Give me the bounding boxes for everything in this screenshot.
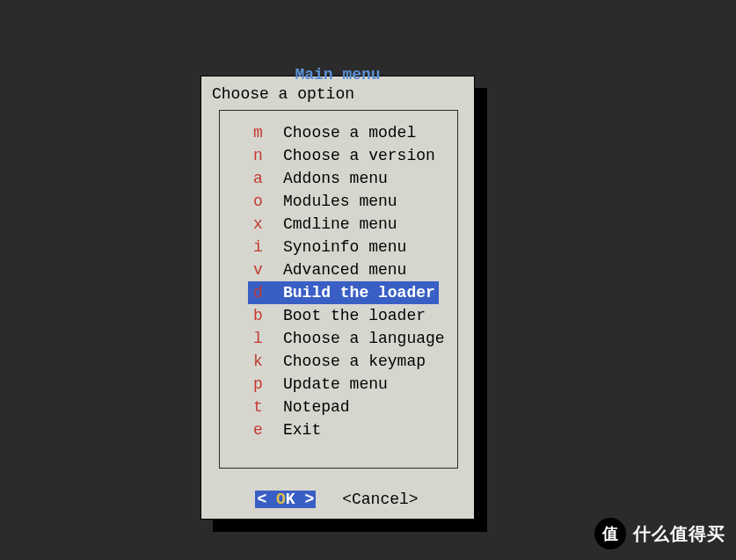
menu-item-label: Choose a keymap: [280, 350, 429, 373]
watermark-text: 什么值得买: [633, 522, 725, 546]
menu-item-b[interactable]: bBoot the loader: [248, 304, 448, 327]
ok-bracket-l: <: [257, 491, 276, 508]
menu-item-p[interactable]: pUpdate menu: [248, 373, 448, 396]
cancel-button[interactable]: <Cancel>: [340, 491, 419, 508]
menu-item-label: Choose a language: [280, 327, 448, 350]
ok-rest: K >: [286, 491, 314, 508]
menu-item-label: Addons menu: [280, 167, 391, 190]
dialog-buttons: < OK ><Cancel>: [201, 491, 474, 508]
menu-item-t[interactable]: tNotepad: [248, 396, 448, 418]
menu-item-label: Modules menu: [280, 190, 401, 213]
menu-item-key: l: [248, 327, 280, 350]
menu-item-v[interactable]: vAdvanced menu: [248, 258, 448, 281]
menu-item-key: m: [248, 121, 280, 144]
menu-item-label: Notepad: [280, 396, 353, 418]
menu-item-key: k: [248, 350, 280, 373]
menu-item-key: v: [248, 258, 280, 281]
watermark: 值 什么值得买: [594, 518, 725, 549]
menu-item-label: Choose a model: [280, 121, 419, 144]
ok-button[interactable]: < OK >: [255, 491, 316, 508]
menu-item-o[interactable]: oModules menu: [248, 190, 448, 213]
menu-list: mChoose a modelnChoose a versionaAddons …: [248, 121, 448, 441]
menu-item-label: Update menu: [280, 373, 391, 396]
menu-item-key: t: [248, 396, 280, 418]
watermark-badge-icon: 值: [594, 518, 626, 549]
ok-hotkey: O: [276, 491, 286, 508]
menu-item-n[interactable]: nChoose a version: [248, 144, 448, 167]
dialog-prompt: Choose a option: [212, 85, 354, 103]
menu-item-x[interactable]: xCmdline menu: [248, 213, 448, 236]
menu-item-a[interactable]: aAddons menu: [248, 167, 448, 190]
menu-item-label: Build the loader: [280, 281, 439, 304]
dialog-title: Main menu: [201, 66, 474, 84]
menu-item-label: Boot the loader: [280, 304, 429, 327]
menu-item-label: Synoinfo menu: [280, 236, 410, 258]
menu-item-m[interactable]: mChoose a model: [248, 121, 448, 144]
menu-item-key: x: [248, 213, 280, 236]
menu-item-label: Advanced menu: [280, 258, 410, 281]
menu-item-l[interactable]: lChoose a language: [248, 327, 448, 350]
menu-item-i[interactable]: iSynoinfo menu: [248, 236, 448, 258]
main-menu-dialog: Main menu Choose a option mChoose a mode…: [200, 76, 475, 520]
menu-item-key: n: [248, 144, 280, 167]
menu-item-key: d: [248, 281, 280, 304]
menu-item-label: Cmdline menu: [280, 213, 401, 236]
menu-item-key: i: [248, 236, 280, 258]
menu-item-k[interactable]: kChoose a keymap: [248, 350, 448, 373]
menu-item-d[interactable]: dBuild the loader: [248, 281, 448, 304]
menu-item-key: a: [248, 167, 280, 190]
menu-item-key: e: [248, 418, 280, 441]
menu-item-key: p: [248, 373, 280, 396]
menu-item-e[interactable]: eExit: [248, 418, 448, 441]
menu-item-label: Exit: [280, 418, 324, 441]
menu-box: mChoose a modelnChoose a versionaAddons …: [219, 110, 458, 469]
menu-item-key: o: [248, 190, 280, 213]
menu-item-label: Choose a version: [280, 144, 439, 167]
menu-item-key: b: [248, 304, 280, 327]
